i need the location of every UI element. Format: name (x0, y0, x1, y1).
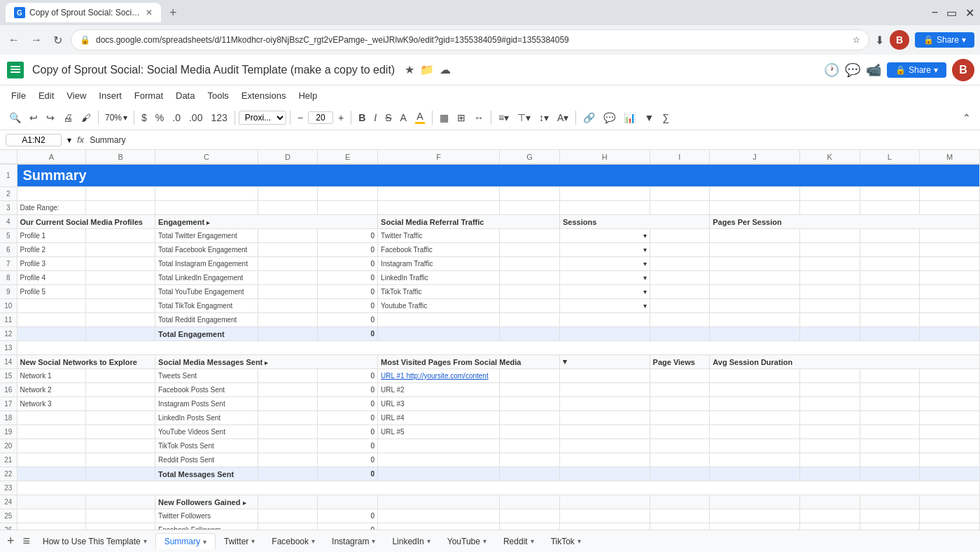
borders-btn[interactable]: ▦ (436, 110, 452, 125)
reload-button[interactable]: ↻ (50, 31, 65, 50)
tab-facebook[interactable]: Facebook ▾ (263, 534, 323, 549)
undo-btn[interactable]: ↩ (26, 110, 41, 125)
decimal-inc-btn[interactable]: .00 (186, 110, 206, 125)
chart-btn[interactable]: 📊 (620, 110, 639, 125)
menu-view[interactable]: View (61, 89, 92, 102)
rotate-btn[interactable]: ↕▾ (536, 110, 552, 125)
merge-btn[interactable]: ⊞ (454, 110, 469, 125)
tab-tiktok[interactable]: TikTok ▾ (542, 534, 589, 549)
cell-reference[interactable]: A1:N2 (6, 134, 62, 146)
back-button[interactable]: ← (6, 31, 22, 49)
tab-summary[interactable]: Summary ▾ (155, 533, 216, 549)
tab-favicon: G (14, 7, 25, 18)
share-button[interactable]: 🔒 Share ▾ (915, 32, 974, 48)
formula-fx-label: fx (77, 134, 84, 145)
profile-button[interactable]: B (952, 59, 974, 81)
minimize-button[interactable]: − (932, 6, 938, 20)
font-select[interactable]: Proxi... (239, 111, 286, 125)
decimal-dec-btn[interactable]: .0 (169, 110, 184, 125)
paint-format-btn[interactable]: 🖌 (78, 110, 94, 125)
app-header: Copy of Sprout Social: Social Media Audi… (0, 55, 980, 85)
col-header-E: E (318, 150, 378, 164)
video-icon[interactable]: 📹 (866, 62, 881, 78)
address-bar[interactable]: 🔒 docs.google.com/spreadsheets/d/11Mkodh… (71, 29, 869, 50)
col-header-L: L (860, 150, 920, 164)
col-header-K: K (799, 150, 860, 164)
forward-button[interactable]: → (28, 31, 45, 49)
add-sheet-button[interactable]: + (3, 532, 19, 550)
text-color-btn2[interactable]: A▾ (554, 110, 572, 125)
table-row: 26 Facebook Followers 0 (0, 523, 980, 530)
toolbar-sep-1 (98, 111, 99, 125)
currency-btn[interactable]: $ (138, 110, 150, 125)
menu-extensions[interactable]: Extensions (236, 89, 292, 102)
maximize-button[interactable]: ▭ (946, 6, 957, 20)
download-icon[interactable]: ⬇ (875, 34, 884, 47)
menu-tools[interactable]: Tools (202, 89, 234, 102)
filter-btn[interactable]: ▼ (640, 110, 657, 125)
valign-btn[interactable]: ⊤▾ (514, 110, 534, 125)
sheet-menu-button[interactable]: ≡ (19, 532, 35, 550)
font-size-inc-btn[interactable]: + (335, 110, 347, 125)
tab-arrow-instagram: ▾ (372, 537, 375, 545)
doc-title: Copy of Sprout Social: Social Media Audi… (32, 64, 395, 76)
bold-btn[interactable]: B (355, 110, 369, 125)
spreadsheet-grid: A B C D E F G H I J K L M (0, 150, 980, 530)
number-format-btn[interactable]: 123 (207, 110, 230, 125)
tab-arrow-twitter: ▾ (251, 537, 255, 545)
italic-btn[interactable]: I (370, 110, 380, 125)
tab-twitter[interactable]: Twitter ▾ (216, 534, 263, 549)
star-icon[interactable]: ★ (405, 63, 414, 76)
tab-reddit[interactable]: Reddit ▾ (495, 534, 542, 549)
history-icon[interactable]: 🕐 (824, 62, 839, 78)
address-bar-row: ← → ↻ 🔒 docs.google.com/spreadsheets/d/1… (0, 25, 980, 55)
tab-linkedin[interactable]: LinkedIn ▾ (384, 534, 438, 549)
profile-badge[interactable]: B (890, 30, 909, 50)
comment-icon[interactable]: 💬 (845, 62, 860, 78)
menu-format[interactable]: Format (129, 89, 169, 102)
redo-btn[interactable]: ↪ (43, 110, 58, 125)
comment-btn[interactable]: 💬 (600, 110, 619, 125)
table-row: 2 (0, 187, 980, 201)
expand-icon[interactable]: ▾ (67, 135, 71, 145)
font-size-input[interactable] (308, 111, 333, 124)
table-row: 22 Total Messages Sent 0 (0, 467, 980, 481)
collapse-btn[interactable]: ⌃ (959, 110, 974, 125)
font-color-btn[interactable]: A (397, 110, 410, 125)
functions-btn[interactable]: ∑ (659, 110, 673, 125)
strikethrough-btn[interactable]: S (382, 110, 395, 125)
search-btn[interactable]: 🔍 (6, 110, 24, 125)
menu-edit[interactable]: Edit (33, 89, 59, 102)
browser-chrome: G Copy of Sprout Social: Social M ✕ + − … (0, 0, 980, 25)
summary-title-cell[interactable]: Summary (17, 164, 980, 187)
header-share-button[interactable]: 🔒 Share ▾ (887, 62, 946, 78)
formula-content[interactable]: Summary (90, 135, 974, 145)
tab-instagram[interactable]: Instagram ▾ (323, 534, 384, 549)
close-button[interactable]: ✕ (965, 6, 974, 20)
col-header-F: F (378, 150, 500, 164)
print-btn[interactable]: 🖨 (59, 110, 76, 125)
menu-insert[interactable]: Insert (93, 89, 127, 102)
tab-close-btn[interactable]: ✕ (146, 8, 153, 18)
zoom-control[interactable]: 70%▾ (102, 111, 130, 124)
menu-help[interactable]: Help (293, 89, 323, 102)
table-row: 15 Network 1 Tweets Sent 0 URL #1 http:/… (0, 369, 980, 383)
menu-file[interactable]: File (6, 89, 31, 102)
tab-youtube[interactable]: YouTube ▾ (439, 534, 495, 549)
table-row: 6 Profile 2 Total Facebook Engagement 0 … (0, 243, 980, 257)
font-size-dec-btn[interactable]: − (294, 110, 307, 125)
highlight-color-btn[interactable]: A (412, 109, 428, 126)
link-btn[interactable]: 🔗 (580, 110, 598, 125)
cloud-icon[interactable]: ☁ (440, 63, 451, 76)
tab-how-to-use[interactable]: How to Use This Template ▾ (34, 534, 155, 549)
new-tab-button[interactable]: + (165, 4, 181, 22)
percent-btn[interactable]: % (152, 110, 167, 125)
browser-tab[interactable]: G Copy of Sprout Social: Social M ✕ (6, 3, 161, 22)
table-row: 7 Profile 3 Total Instagram Engagement 0… (0, 257, 980, 271)
folder-icon[interactable]: 📁 (420, 63, 434, 76)
wrap-btn[interactable]: ↔ (470, 110, 487, 125)
menu-data[interactable]: Data (170, 89, 200, 102)
toolbar-sep-7 (491, 111, 491, 125)
grid-container[interactable]: A B C D E F G H I J K L M (0, 150, 980, 530)
align-btn[interactable]: ≡▾ (495, 110, 512, 125)
